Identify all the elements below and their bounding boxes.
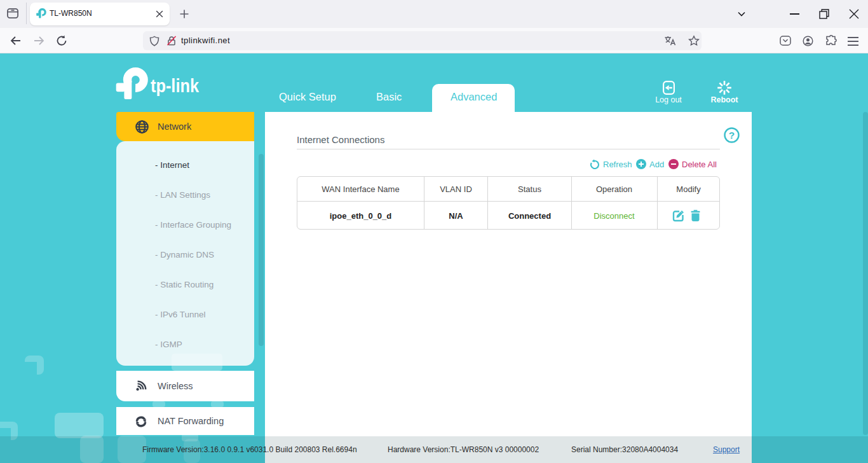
svg-text:?: ? [729,130,735,141]
svg-text:tp-link: tp-link [151,76,200,96]
